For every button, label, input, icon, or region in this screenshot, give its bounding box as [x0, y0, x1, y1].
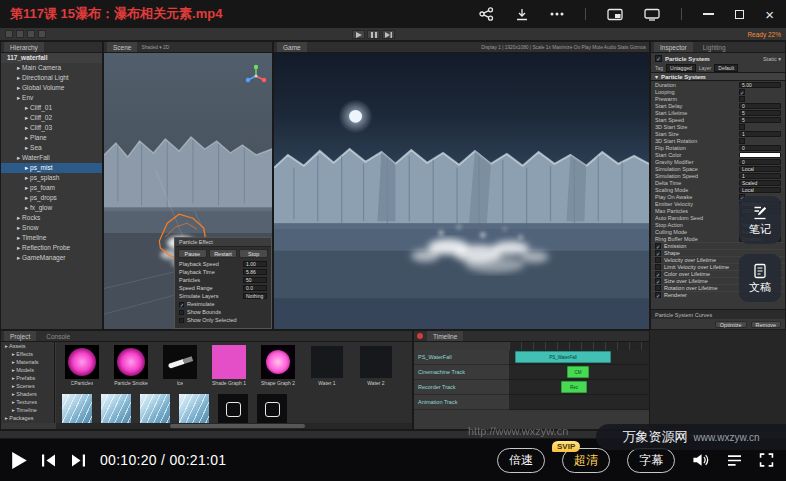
project-folder[interactable]: ▸ Shaders	[1, 390, 54, 398]
cast-icon[interactable]	[644, 8, 660, 21]
horizontal-scrollbar[interactable]	[56, 423, 412, 429]
unity-play-button[interactable]	[352, 30, 365, 39]
pip-icon[interactable]	[607, 8, 623, 21]
prev-episode-button[interactable]	[42, 454, 56, 467]
hierarchy-item[interactable]: ▸ Cliff_02	[1, 113, 102, 123]
property-field[interactable]: 1	[739, 131, 781, 137]
asset-item[interactable]: Ice	[160, 345, 200, 386]
asset-item[interactable]: Water 2	[356, 345, 396, 386]
inspector-row[interactable]: 3D Start Rotation	[651, 137, 785, 144]
maximize-button[interactable]	[735, 10, 744, 19]
effect-toggle[interactable]: Show Bounds	[175, 308, 271, 316]
inspector-row[interactable]: Start Size1	[651, 130, 785, 137]
hierarchy-item[interactable]: ▸ Env	[1, 93, 102, 103]
hierarchy-item[interactable]: ▸ Main Camera	[1, 63, 102, 73]
module-checkbox[interactable]	[655, 285, 661, 291]
hierarchy-item[interactable]: ▸ Sea	[1, 143, 102, 153]
hierarchy-item[interactable]: ▸ Directional Light	[1, 73, 102, 83]
play-button[interactable]	[12, 452, 27, 469]
project-folder[interactable]: ▸ Packages	[1, 414, 54, 422]
timeline-clip[interactable]: PS_WaterFall	[515, 351, 611, 363]
video-frame[interactable]: Ready 22% Hierarchy 117_waterfall ▸ Main…	[0, 28, 786, 438]
track-name[interactable]: Cinemachine Track	[414, 365, 509, 380]
module-checkbox[interactable]	[655, 264, 661, 270]
module-checkbox[interactable]	[655, 257, 661, 263]
scale-tool-icon[interactable]	[38, 30, 46, 38]
track-lane[interactable]	[509, 395, 649, 410]
hierarchy-item[interactable]: ▸ Global Volume	[1, 83, 102, 93]
property-field[interactable]: 1	[739, 173, 781, 179]
note-button[interactable]: 笔记	[739, 196, 781, 244]
particle-system-section[interactable]: ▾ Particle System	[651, 72, 785, 81]
game-toolbar-text[interactable]: Display 1 | 1920x1080 | Scale 1x Maximiz…	[481, 45, 646, 50]
hierarchy-item[interactable]: ▸ Timeline	[1, 233, 102, 243]
hierarchy-item[interactable]: ▸ Reflection Probe	[1, 243, 102, 253]
inspector-row[interactable]: Start Lifetime5	[651, 109, 785, 116]
property-field[interactable]: 5	[739, 117, 781, 123]
track-lane[interactable]: PS_WaterFall	[509, 350, 649, 365]
inspector-row[interactable]: Looping✓	[651, 88, 785, 95]
property-field[interactable]: Local	[739, 187, 781, 193]
scene-toolbar-text[interactable]: Shaded ▾ 2D	[141, 45, 169, 50]
inspector-row[interactable]: Flip Rotation0	[651, 144, 785, 151]
timeline-clip[interactable]: Rec	[561, 381, 587, 393]
hand-tool-icon[interactable]	[5, 30, 13, 38]
unity-pause-button[interactable]	[367, 30, 380, 39]
tab-inspector[interactable]: Inspector	[654, 42, 693, 53]
project-folder[interactable]: ▸ Textures	[1, 398, 54, 406]
pause-button[interactable]: Pause	[178, 249, 207, 258]
track-name[interactable]: PS_WaterFall	[414, 350, 509, 365]
effect-value[interactable]: Nothing	[243, 293, 267, 299]
project-folder[interactable]: ▸ Effects	[1, 350, 54, 358]
hierarchy-item[interactable]: ▸ GameManager	[1, 253, 102, 263]
hierarchy-item[interactable]: ▸ ps_drops	[1, 193, 102, 203]
track-lane[interactable]: Rec	[509, 380, 649, 395]
effect-toggle[interactable]: ✓Resimulate	[175, 300, 271, 308]
effect-value[interactable]: 5.86	[243, 269, 267, 275]
module-checkbox[interactable]: ✓	[655, 278, 661, 284]
inspector-row[interactable]: Simulation Speed1	[651, 172, 785, 179]
inspector-row[interactable]: Start Delay0	[651, 102, 785, 109]
ice-thumbnail[interactable]	[101, 394, 131, 423]
scene-viewport[interactable]: Particle Effect PauseRestartStop Playbac…	[104, 53, 272, 329]
subtitle-button[interactable]: 字幕	[627, 448, 675, 473]
hierarchy-item[interactable]: ▸ fx_glow	[1, 203, 102, 213]
project-folder[interactable]: ▸ Models	[1, 366, 54, 374]
property-checkbox[interactable]	[739, 124, 745, 130]
module-checkbox[interactable]: ✓	[655, 243, 661, 249]
inspector-row[interactable]: Start Color	[651, 151, 785, 158]
track-name[interactable]: Recorder Track	[414, 380, 509, 395]
hierarchy-item[interactable]: ▸ WaterFall	[1, 153, 102, 163]
property-field[interactable]: 5.00	[739, 82, 781, 88]
tab-lighting[interactable]: Lighting	[697, 42, 732, 53]
more-icon[interactable]	[550, 12, 564, 16]
hierarchy-item[interactable]: ▸ ps_foam	[1, 183, 102, 193]
remove-button[interactable]: Remove	[751, 321, 781, 328]
tab-console[interactable]: Console	[40, 331, 76, 342]
ice-thumbnail[interactable]	[179, 394, 209, 423]
speed-button[interactable]: 倍速	[497, 448, 545, 473]
inspector-row[interactable]: Gravity Modifier0	[651, 158, 785, 165]
project-folder[interactable]: ▸ Materials	[1, 358, 54, 366]
inspector-row[interactable]: Simulation SpaceLocal	[651, 165, 785, 172]
doc-button[interactable]: 文稿	[739, 254, 781, 302]
hierarchy-item[interactable]: ▸ Rocks	[1, 213, 102, 223]
timeline-clip[interactable]: CM	[567, 366, 589, 378]
ice-thumbnail[interactable]	[62, 394, 92, 423]
rt-thumbnail[interactable]	[218, 394, 248, 423]
property-checkbox[interactable]	[739, 96, 745, 102]
playlist-icon[interactable]	[727, 454, 742, 467]
effect-value[interactable]: 50	[243, 277, 267, 283]
download-icon[interactable]	[515, 8, 529, 21]
inspector-row[interactable]: Delta TimeScaled	[651, 179, 785, 186]
volume-icon[interactable]	[692, 453, 710, 467]
asset-item[interactable]: Particle Smoke	[111, 345, 151, 386]
ice-thumbnail[interactable]	[140, 394, 170, 423]
hierarchy-item[interactable]: ▸ Plane	[1, 133, 102, 143]
property-field[interactable]: 5	[739, 110, 781, 116]
effect-value[interactable]: 0.0	[243, 285, 267, 291]
asset-item[interactable]: CParticles	[62, 345, 102, 386]
property-field[interactable]: Local	[739, 166, 781, 172]
inspector-row[interactable]: Scaling ModeLocal	[651, 186, 785, 193]
active-checkbox[interactable]: ✓	[655, 55, 662, 62]
